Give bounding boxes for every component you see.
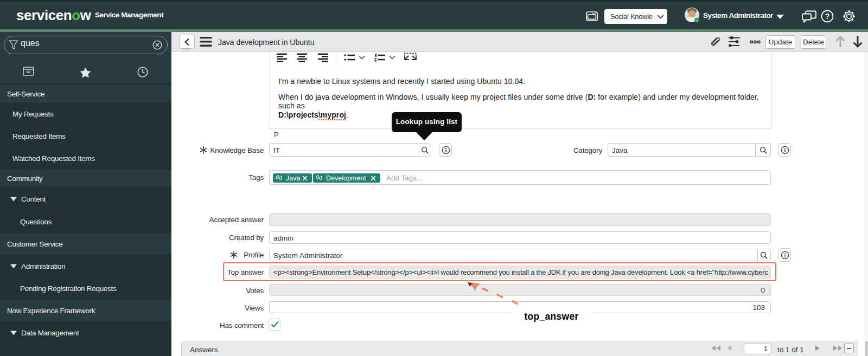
svg-text:?: ? (825, 12, 830, 21)
